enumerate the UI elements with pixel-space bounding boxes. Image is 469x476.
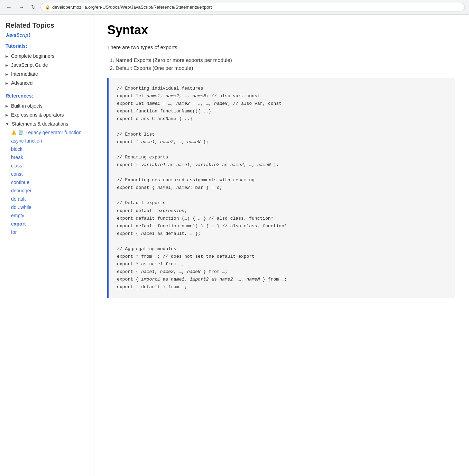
sidebar-item-label: Advanced [11,80,33,86]
sub-item-label: Legacy generator function [26,130,82,135]
warning-icon: ⚠️ 🗑️ [11,130,24,135]
sub-item-label: continue [11,180,29,185]
sidebar-sub-async[interactable]: async function [6,137,88,145]
intro-text: There are two types of exports: [107,44,455,50]
tutorials-label: Tutorials: [6,43,88,49]
sidebar-item-statements[interactable]: ▼ Statements & declarations [6,119,88,128]
sidebar-item-label: JavaScript Guide [11,62,48,68]
lock-icon: 🔒 [45,5,50,10]
sidebar-sub-continue[interactable]: continue [6,178,88,186]
sidebar-item-builtin[interactable]: ▶ Built-in objects [6,101,88,110]
sub-item-label: do...while [11,204,31,210]
arrow-icon: ▶ [6,104,8,108]
sidebar-item-label: Intermediate [11,71,38,77]
sidebar-item-expressions[interactable]: ▶ Expressions & operators [6,110,88,119]
refresh-button[interactable]: ↻ [29,3,38,11]
sub-item-label: for [11,229,17,235]
arrow-icon: ▶ [6,113,8,117]
page-layout: Related Topics JavaScript Tutorials: ▶ C… [0,15,469,476]
sidebar-sub-const[interactable]: const [6,170,88,178]
sidebar-sub-debugger[interactable]: debugger [6,186,88,195]
arrow-icon: ▶ [6,54,8,58]
forward-button[interactable]: → [17,3,26,11]
sidebar-sub-default[interactable]: default [6,195,88,203]
arrow-icon: ▼ [6,122,9,126]
sidebar-item-advanced[interactable]: ▶ Advanced [6,79,88,88]
sub-item-label: const [11,171,22,177]
sidebar-item-beginners[interactable]: ▶ Complete beginners [6,52,88,61]
sub-item-label: class [11,163,22,168]
sub-item-label: async function [11,138,42,144]
export-types-list: Named Exports (Zero or more exports per … [116,57,455,71]
sidebar-sub-empty[interactable]: empty [6,211,88,220]
sidebar-item-js-guide[interactable]: ▶ JavaScript Guide [6,61,88,70]
sub-item-label: export [11,221,26,227]
export-type-1: Named Exports (Zero or more exports per … [116,57,455,63]
sidebar: Related Topics JavaScript Tutorials: ▶ C… [0,15,93,476]
sidebar-item-label: Built-in objects [11,103,43,109]
sidebar-item-label: Expressions & operators [11,112,64,118]
sidebar-item-label: Statements & declarations [12,121,68,127]
sidebar-sub-for[interactable]: for [6,228,88,236]
address-bar[interactable]: 🔒 developer.mozilla.org/en-US/docs/Web/J… [40,3,465,11]
url-text: developer.mozilla.org/en-US/docs/Web/Jav… [52,4,212,10]
back-button[interactable]: ← [4,3,14,11]
sidebar-sub-break[interactable]: break [6,153,88,162]
sidebar-item-label: Complete beginners [11,53,54,59]
page-heading: Syntax [107,23,455,37]
sub-item-label: default [11,196,26,202]
sidebar-item-intermediate[interactable]: ▶ Intermediate [6,70,88,79]
sub-item-label: block [11,146,22,152]
main-content: Syntax There are two types of exports: N… [93,15,469,476]
sidebar-sub-dowhile[interactable]: do...while [6,203,88,211]
sidebar-sub-export[interactable]: export [6,220,88,228]
sub-item-label: empty [11,213,24,218]
sidebar-sub-class[interactable]: class [6,162,88,170]
sidebar-sub-block[interactable]: block [6,145,88,153]
sub-item-label: debugger [11,188,31,193]
browser-chrome: ← → ↻ 🔒 developer.mozilla.org/en-US/docs… [0,0,469,15]
sidebar-sub-legacy[interactable]: ⚠️ 🗑️ Legacy generator function [6,128,88,137]
references-label: References: [6,93,88,99]
export-type-2: Default Exports (One per module) [116,65,455,71]
code-block: // Exporting individual features export … [107,78,455,298]
arrow-icon: ▶ [6,72,8,76]
arrow-icon: ▶ [6,81,8,85]
sidebar-title: Related Topics [6,21,88,29]
javascript-link[interactable]: JavaScript [6,32,88,38]
sub-item-label: break [11,155,23,160]
arrow-icon: ▶ [6,63,8,67]
